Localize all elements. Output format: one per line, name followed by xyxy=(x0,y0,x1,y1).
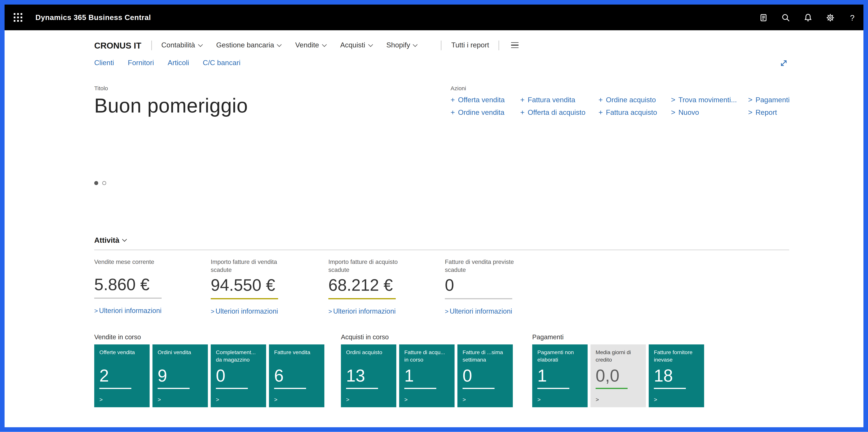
cue-tile-fatture-acquisto-in-corso[interactable]: Fatture di acqu... in corso 1 xyxy=(399,345,455,407)
tile-value: 6 xyxy=(274,366,319,386)
action-label: Pagamenti xyxy=(755,96,789,104)
tile-value: 18 xyxy=(654,366,699,386)
action-ordine-vendita[interactable]: + Ordine vendita xyxy=(451,108,520,117)
tile-row: Offerte vendita 2 Ordini vendita 9 Compl… xyxy=(94,345,324,407)
tile-label: Media giorni di credito xyxy=(596,349,641,364)
nav-clienti[interactable]: Clienti xyxy=(94,59,114,67)
cue-tile-fatture-vendita[interactable]: Fatture vendita 6 xyxy=(269,345,324,407)
kpi-row: Vendite mese corrente 5.860 € Ulteriori … xyxy=(94,258,789,315)
tile-label: Ordini vendita xyxy=(158,349,203,364)
action-offerta-di-acquisto[interactable]: + Offerta di acquisto xyxy=(520,108,598,117)
tile-value: 1 xyxy=(404,366,450,386)
cue-tile-ordini-acquisto[interactable]: Ordini acquisto 13 xyxy=(341,345,396,407)
action-pagamenti[interactable]: > Pagamenti xyxy=(748,95,789,104)
browser-frame: Dynamics 365 Business Central xyxy=(0,0,868,432)
waffle-icon xyxy=(13,13,22,22)
kpi-label: Vendite mese corrente xyxy=(94,258,180,273)
tile-label: Fatture di acqu... in corso xyxy=(404,349,450,364)
kpi-link-ulteriori-informazioni[interactable]: Ulteriori informazioni xyxy=(211,307,328,315)
kpi-label: Fatture di vendita previste scadute xyxy=(445,258,530,274)
chevron-right-icon: > xyxy=(671,108,678,117)
menu-gestione-bancaria[interactable]: Gestione bancaria xyxy=(216,41,281,49)
action-label: Ordine vendita xyxy=(458,108,504,116)
menu-vendite[interactable]: Vendite xyxy=(295,41,326,49)
greeting-block: Titolo Buon pomeriggio xyxy=(94,85,451,185)
action-fattura-vendita[interactable]: + Fattura vendita xyxy=(520,95,598,104)
pages-button[interactable] xyxy=(752,5,774,30)
tile-value: 1 xyxy=(537,366,583,386)
nav-fornitori[interactable]: Fornitori xyxy=(128,59,154,67)
kpi-value[interactable]: 5.860 € xyxy=(94,275,211,294)
action-label: Fattura acquisto xyxy=(606,108,657,116)
cue-tile-pagamenti-non-elaborati[interactable]: Pagamenti non elaborati 1 xyxy=(532,345,588,407)
tile-row: Ordini acquisto 13 Fatture di acqu... in… xyxy=(341,345,513,407)
notifications-button[interactable] xyxy=(797,5,819,30)
app-launcher-button[interactable] xyxy=(5,5,31,30)
kpi-fatture-vendita-scadute: Importo fatture di vendita scadute 94.55… xyxy=(211,258,328,315)
action-trova-movimenti[interactable]: > Trova movimenti... xyxy=(671,95,748,104)
cue-tile-fatture-fornitore-inevase[interactable]: Fatture fornitore inevase 18 xyxy=(649,345,704,407)
chevron-right-icon xyxy=(537,397,583,403)
chevron-right-icon: > xyxy=(671,95,678,104)
cue-tile-media-giorni-di-credito[interactable]: Media giorni di credito 0,0 xyxy=(590,345,646,407)
kpi-value[interactable]: 0 xyxy=(445,276,789,295)
chevron-right-icon xyxy=(216,397,261,403)
nav-cc-bancari[interactable]: C/C bancari xyxy=(203,59,240,67)
screenshot-viewport: Dynamics 365 Business Central xyxy=(0,0,868,432)
chevron-right-icon xyxy=(463,397,508,403)
action-ordine-acquisto[interactable]: + Ordine acquisto xyxy=(598,95,671,104)
action-nuovo[interactable]: > Nuovo xyxy=(671,108,748,117)
chevron-right-icon xyxy=(274,397,319,403)
settings-button[interactable] xyxy=(819,5,841,30)
menu-label: Contabilità xyxy=(161,41,195,49)
search-button[interactable] xyxy=(774,5,797,30)
action-offerta-vendita[interactable]: + Offerta vendita xyxy=(451,95,520,104)
kpi-value[interactable]: 68.212 € xyxy=(328,276,445,295)
cue-tile-ordini-vendita[interactable]: Ordini vendita 9 xyxy=(152,345,208,407)
menu-acquisti[interactable]: Acquisti xyxy=(340,41,372,49)
kpi-underline xyxy=(211,298,278,300)
chevron-right-icon xyxy=(596,397,641,403)
kpi-fatture-previste-scadute: Fatture di vendita previste scadute 0 Ul… xyxy=(445,258,789,315)
nav-articoli[interactable]: Articoli xyxy=(168,59,189,67)
kpi-link-ulteriori-informazioni[interactable]: Ulteriori informazioni xyxy=(94,307,211,315)
tile-underline xyxy=(537,388,569,389)
carousel-dot-active[interactable] xyxy=(94,181,98,185)
company-name[interactable]: CRONUS IT xyxy=(94,40,142,50)
cue-tile-completamenti-da-magazzino[interactable]: Completament... da magazzino 0 xyxy=(211,345,266,407)
cue-tile-fatture-prossima-settimana[interactable]: Fatture di ...sima settimana 0 xyxy=(457,345,513,407)
chevron-right-icon: > xyxy=(748,95,755,104)
chevron-down-icon xyxy=(322,42,327,47)
kpi-fatture-acquisto-scadute: Importo fatture di acquisto scadute 68.2… xyxy=(328,258,445,315)
kpi-link-ulteriori-informazioni[interactable]: Ulteriori informazioni xyxy=(328,307,445,315)
activities-header[interactable]: Attività xyxy=(94,236,789,250)
action-label: Offerta vendita xyxy=(458,96,505,104)
kpi-link-ulteriori-informazioni[interactable]: Ulteriori informazioni xyxy=(445,307,789,315)
more-menu-icon[interactable] xyxy=(509,40,521,51)
cue-section: Vendite in corso Offerte vendita 2 Ordin… xyxy=(94,334,789,407)
tile-label: Fatture di ...sima settimana xyxy=(463,349,508,364)
help-button[interactable]: ? xyxy=(841,5,863,30)
action-label: Nuovo xyxy=(678,108,699,116)
carousel-dot[interactable] xyxy=(102,181,106,185)
menu-tutti-i-report[interactable]: Tutti i report xyxy=(451,41,489,49)
tile-value: 0 xyxy=(216,366,261,386)
tile-underline xyxy=(346,388,378,389)
action-label: Fattura vendita xyxy=(528,96,575,104)
cue-tile-offerte-vendita[interactable]: Offerte vendita 2 xyxy=(94,345,150,407)
menu-label: Acquisti xyxy=(340,41,365,49)
greeting-text: Buon pomeriggio xyxy=(94,94,451,117)
expand-button[interactable] xyxy=(778,57,789,68)
menu-contabilita[interactable]: Contabilità xyxy=(161,41,202,49)
tile-row: Pagamenti non elaborati 1 Media giorni d… xyxy=(532,345,704,407)
tile-underline xyxy=(654,388,686,389)
action-label: Report xyxy=(755,108,777,116)
action-fattura-acquisto[interactable]: + Fattura acquisto xyxy=(598,108,671,117)
action-report[interactable]: > Report xyxy=(748,108,789,117)
kpi-value[interactable]: 94.550 € xyxy=(211,276,328,295)
menu-shopify[interactable]: Shopify xyxy=(386,41,417,49)
cue-group-acquisti-in-corso: Acquisti in corso Ordini acquisto 13 Fat… xyxy=(341,334,513,407)
tile-value: 13 xyxy=(346,366,391,386)
tile-value: 2 xyxy=(99,366,145,386)
tile-underline xyxy=(216,388,248,389)
